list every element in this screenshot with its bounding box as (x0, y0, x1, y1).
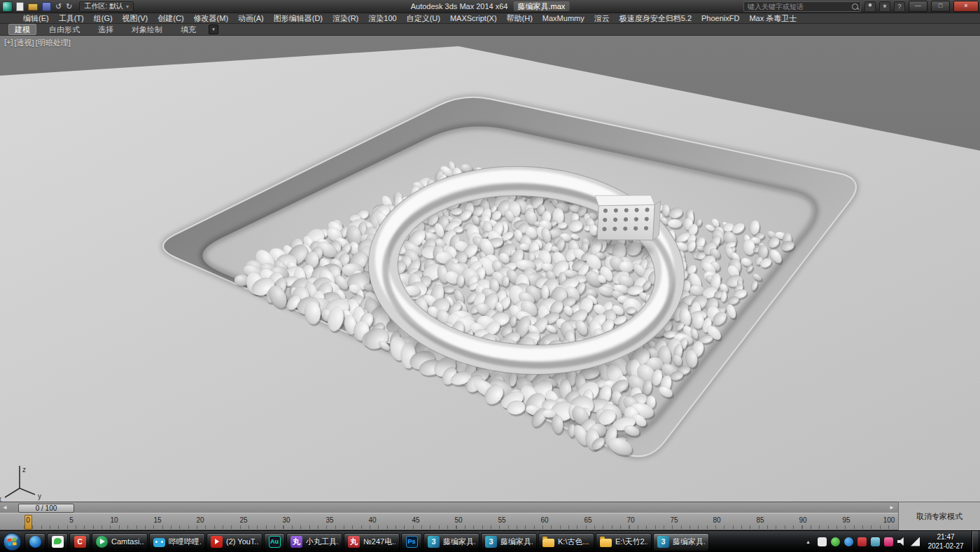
3dsmax-logo-icon[interactable] (3, 2, 12, 11)
time-slider-left-arrow[interactable]: ◄ (2, 505, 8, 511)
taskbar-window-xiaowan[interactable]: 丸 小丸工具... (286, 533, 342, 551)
menubar-item[interactable]: 渲云 (589, 13, 615, 23)
cancel-expert-mode-button[interactable]: 取消专家模式 (916, 511, 962, 522)
start-button[interactable] (0, 531, 24, 552)
timeline-tick: 65 (584, 516, 592, 524)
taskbar-window-youtube[interactable]: (2) YouT... (206, 533, 262, 551)
undo-icon[interactable]: ↺ (55, 2, 62, 11)
close-button[interactable]: × (953, 1, 979, 12)
expert-mode-panel: 取消专家模式 (898, 502, 980, 530)
menubar-item[interactable]: 修改器(M) (189, 13, 234, 23)
ribbon-tab-populate[interactable]: 填充 (175, 25, 202, 34)
viewport-canvas[interactable]: zxy (0, 35, 980, 502)
time-slider-track[interactable]: ◄ 0 / 100 ► (0, 502, 898, 513)
menubar-item[interactable]: 渲染100 (363, 13, 401, 23)
maximize-button[interactable]: □ (931, 1, 950, 12)
viewport-pov-menu[interactable]: [透视] (15, 38, 34, 48)
tray-expand-icon[interactable]: ▲ (803, 537, 813, 547)
viewport-general-menu[interactable]: [+] (4, 38, 13, 48)
xiaowan-tool-icon: 丸 (348, 536, 360, 548)
menubar-item[interactable]: 帮助(H) (502, 13, 538, 23)
timeline-tick: 85 (756, 516, 764, 524)
taskbar-window-audition[interactable]: Au (264, 533, 285, 551)
network-icon[interactable] (911, 537, 920, 546)
menubar-item[interactable]: 自定义(U) (402, 13, 445, 23)
favorites-icon[interactable] (879, 1, 890, 12)
tray-icon-3[interactable] (844, 537, 853, 546)
taskbar-window-photoshop[interactable]: Ps (401, 533, 422, 551)
search-input[interactable] (746, 2, 852, 11)
timeline-tick: 50 (454, 516, 462, 524)
search-icon[interactable] (852, 4, 858, 10)
viewport[interactable]: zxy [+] [透视] [明暗处理] (0, 35, 980, 502)
timeline-tick: 25 (239, 516, 247, 524)
search-box[interactable] (743, 1, 861, 12)
ribbon-tab-object-paint[interactable]: 对象绘制 (126, 25, 168, 34)
ribbon-tab-modeling[interactable]: 建模 (8, 24, 36, 35)
taskbar-window-camtasia[interactable]: Camtasi... (92, 533, 148, 551)
windows-taskbar: C Camtasi... 哔哩哔哩... (2) YouT... Au 丸 小丸… (0, 530, 980, 552)
workspace-dropdown[interactable]: 工作区: 默认 ▾ (79, 1, 134, 12)
tray-clock[interactable]: 21:47 2021-02-27 (924, 532, 967, 551)
svg-text:x: x (0, 495, 1, 502)
taskbar-pinned-browser[interactable] (24, 533, 46, 551)
menubar-item[interactable]: 工具(T) (54, 13, 89, 23)
signin-icon[interactable] (864, 1, 876, 12)
tray-icon-6[interactable] (884, 537, 893, 546)
tray-icon-2[interactable] (831, 537, 840, 546)
wechat-icon (52, 536, 64, 548)
ribbon-tab-freeform[interactable]: 自由形式 (43, 25, 85, 34)
taskbar-window-bilibili[interactable]: 哔哩哔哩... (149, 533, 205, 551)
menubar-item[interactable]: 组(G) (89, 13, 118, 23)
time-slider-right-arrow[interactable]: ► (889, 505, 895, 511)
app-title-text: Autodesk 3ds Max 2014 x64 (411, 2, 508, 11)
menubar-item[interactable]: 动画(A) (233, 13, 269, 23)
show-desktop-button[interactable] (972, 531, 978, 552)
taskbar-window-folder-k[interactable]: K:\古色... (538, 533, 594, 551)
timeline-tick: 10 (110, 516, 118, 524)
time-slider-handle[interactable]: 0 / 100 (18, 504, 74, 513)
taskbar-window-label: 哔哩哔哩... (169, 537, 201, 547)
redo-icon[interactable]: ↻ (66, 2, 72, 11)
minimize-button[interactable]: — (909, 1, 927, 12)
menubar-item[interactable]: 编辑(E) (18, 13, 54, 23)
timeline-tick: 75 (670, 516, 678, 524)
bilibili-icon (153, 538, 165, 547)
taskbar-window-label: Camtasi... (111, 537, 144, 546)
taskbar-window-folder-e[interactable]: E:\天竹2... (596, 533, 652, 551)
taskbar-pinned-c-app[interactable]: C (69, 533, 90, 551)
timeline-tick: 95 (842, 516, 850, 524)
tray-icon-5[interactable] (871, 537, 880, 546)
track-bar[interactable]: 0 5 10 15 20 25 30 35 40 45 50 55 60 65 … (0, 513, 898, 530)
new-file-icon[interactable] (16, 2, 24, 11)
menubar-item[interactable]: MAXScript(X) (445, 13, 502, 23)
taskbar-window-label: 藤编家具... (443, 537, 475, 547)
ribbon-tab-selection[interactable]: 选择 (92, 25, 119, 34)
menubar-item[interactable]: MaxMummy (538, 13, 589, 23)
viewport-shading-menu[interactable]: [明暗处理] (36, 38, 71, 48)
ribbon-flyout-icon[interactable]: ▾ (209, 25, 218, 34)
menubar-item[interactable]: Max 杀毒卫士 (744, 13, 802, 23)
tray-icon-1[interactable] (818, 537, 827, 546)
open-file-icon[interactable] (28, 4, 38, 11)
menubar-item[interactable]: 视图(V) (118, 13, 153, 23)
menubar-item[interactable]: 创建(C) (153, 13, 188, 23)
menubar-item[interactable]: PhoenixFD (696, 13, 744, 23)
volume-icon[interactable] (897, 537, 906, 546)
menubar-item[interactable]: 渲染(R) (328, 13, 363, 23)
taskbar-pinned-wechat[interactable] (47, 533, 68, 551)
taskbar-window-no247[interactable]: 丸 №247电... (344, 533, 400, 551)
taskbar-window-3dsmax-1[interactable]: 3 藤编家具... (424, 533, 479, 551)
tray-icon-4[interactable] (858, 537, 867, 546)
menubar-item[interactable]: 极速度身安全归档5.2 (615, 13, 696, 23)
viewport-label: [+] [透视] [明暗处理] (4, 38, 71, 48)
taskbar-window-3dsmax-active[interactable]: 3 藤编家具... (653, 533, 709, 551)
taskbar-window-3dsmax-2[interactable]: 3 藤编家具... (481, 533, 537, 551)
menubar-item[interactable]: 图形编辑器(D) (269, 13, 328, 23)
save-file-icon[interactable] (42, 2, 51, 11)
youtube-icon (211, 536, 223, 548)
timeline-minor-ticks (24, 525, 892, 529)
browser-icon (29, 536, 41, 548)
help-icon[interactable]: ? (894, 1, 905, 12)
window-title: Autodesk 3ds Max 2014 x64 藤编家具.max (411, 0, 570, 13)
